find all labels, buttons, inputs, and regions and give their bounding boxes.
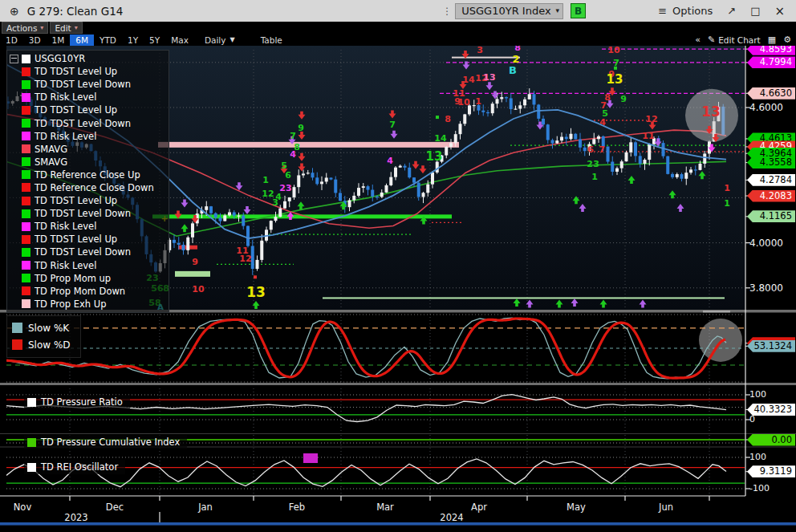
period-dropdown[interactable]: Daily ▼: [199, 35, 241, 46]
table-button[interactable]: Table: [255, 35, 288, 46]
main-value-badge: 4.2784: [747, 174, 795, 186]
legend-label: TD Risk Level: [35, 131, 96, 142]
main-value-badge: 4.2083: [747, 190, 795, 202]
legend-swatch: [22, 80, 30, 89]
legend-item-13[interactable]: TD Risk Level: [10, 220, 169, 233]
pressure-axis-tick: 100: [749, 389, 794, 400]
svg-text:13: 13: [607, 72, 623, 87]
svg-text:13: 13: [246, 284, 266, 300]
move-icon[interactable]: ⊕: [10, 5, 19, 18]
legend-label: TD Prop Exh Up: [35, 298, 106, 310]
hamburger-icon: ≡: [658, 5, 667, 17]
month-label: Jun: [658, 502, 673, 513]
rei-value-badge: 9.3119: [747, 465, 795, 477]
legend-item-19[interactable]: TD Prop Exh Up: [10, 298, 169, 311]
gear-icon[interactable]: ⚙: [783, 35, 791, 45]
ticker-dropdown[interactable]: USGG10YR Index ▾: [455, 3, 563, 19]
svg-text:6: 6: [285, 170, 291, 181]
legend-label: TD TDST Level Down: [35, 246, 131, 258]
legend-item-9[interactable]: TD Reference Close Up: [10, 169, 169, 181]
rei-oscillator-title[interactable]: TD REI Oscillator: [24, 460, 125, 474]
window-title: G 279: Clean G14: [27, 5, 124, 18]
range-tab-max[interactable]: Max: [165, 35, 194, 46]
legend-swatch: [22, 299, 30, 308]
legend-item-14[interactable]: TD TDST Level Up: [10, 233, 169, 246]
legend-item-16[interactable]: TD Risk Level: [10, 259, 169, 272]
edit-chart-button[interactable]: ✎ Edit Chart: [708, 35, 761, 45]
legend-item-11[interactable]: TD TDST Level Up: [10, 194, 169, 207]
chevron-down-icon: ▾: [556, 6, 560, 14]
legend-label: TD Reference Close Up: [35, 169, 140, 181]
legend-item-3[interactable]: TD Risk Level: [10, 91, 169, 104]
svg-text:13: 13: [701, 104, 721, 120]
popout-icon[interactable]: ↗: [727, 5, 736, 17]
main-value-badge: 4.1165: [747, 210, 795, 222]
range-tab-6m[interactable]: 6M: [70, 35, 94, 46]
options-button[interactable]: ≡ Options: [658, 5, 713, 17]
source-badge[interactable]: B: [571, 3, 586, 18]
cumulative-index-title[interactable]: TD Pressure Cumulative Index: [24, 435, 187, 449]
legend-swatch: [22, 55, 30, 63]
range-tab-ytd[interactable]: YTD: [94, 35, 122, 46]
year-label: 2023: [64, 512, 87, 523]
pressure-ratio-title[interactable]: TD Pressure Ratio: [24, 395, 130, 409]
stoch-value-badge: 53.1324: [747, 340, 795, 352]
maximize-icon[interactable]: □: [750, 5, 760, 17]
svg-text:4: 4: [290, 149, 296, 160]
legend-item-8[interactable]: SMAVG: [10, 156, 169, 169]
legend-item-12[interactable]: TD TDST Level Down: [10, 207, 169, 220]
svg-text:14: 14: [434, 133, 447, 144]
pressure-ratio-swatch: [27, 398, 36, 407]
edit-menu[interactable]: Edit ▾: [50, 22, 82, 34]
collapse-panels-icon[interactable]: «: [695, 35, 701, 45]
slow-k-swatch: [12, 323, 22, 333]
main-axis-tick: 4.6000: [749, 102, 794, 113]
range-tab-3d[interactable]: 3D: [23, 35, 47, 46]
legend-item-6[interactable]: TD Risk Level: [10, 130, 169, 143]
collapse-legend-icon[interactable]: [10, 55, 18, 63]
legend-swatch: [22, 67, 30, 76]
legend-swatch: [22, 222, 30, 231]
legend-item-2[interactable]: TD TDST Level Down: [10, 78, 169, 91]
legend-item-17[interactable]: TD Prop Mom up: [10, 272, 169, 285]
legend-label: TD TDST Level Down: [35, 79, 131, 90]
svg-text:7: 7: [290, 131, 296, 141]
legend-item-15[interactable]: TD TDST Level Down: [10, 246, 169, 258]
svg-text:11: 11: [453, 88, 465, 99]
legend-item-slow-d[interactable]: Slow %D: [12, 336, 71, 353]
legend-swatch: [22, 274, 30, 282]
svg-text:11: 11: [642, 131, 654, 141]
svg-text:12: 12: [239, 254, 251, 264]
legend-item-slow-k[interactable]: Slow %K: [12, 319, 71, 336]
legend-item-10[interactable]: TD Reference Close Down: [10, 181, 169, 194]
legend-item-7[interactable]: SMAVG: [10, 143, 169, 156]
legend-label: TD Prop Mom up: [35, 273, 111, 284]
svg-text:7: 7: [599, 144, 605, 155]
chart-settings-icon[interactable]: ▦: [768, 35, 776, 45]
range-tab-5y[interactable]: 5Y: [144, 35, 165, 46]
main-value-badge: 4.3558: [747, 156, 795, 169]
legend-swatch: [22, 144, 30, 153]
range-toolbar: 1D3D1M6MYTD1Y5YMax Daily ▼ Table « ✎ Edi…: [0, 34, 796, 46]
chevron-down-icon: ▾: [40, 23, 43, 33]
close-icon[interactable]: ×: [774, 4, 785, 18]
ticker-grip-icon: ⋮: [442, 6, 452, 17]
legend-item-0[interactable]: USGG10YR: [10, 52, 169, 65]
range-tab-1y[interactable]: 1Y: [122, 35, 144, 46]
svg-text:9: 9: [192, 257, 198, 267]
range-tab-1m[interactable]: 1M: [47, 35, 71, 46]
year-label: 2024: [440, 512, 463, 523]
legend-swatch: [22, 119, 30, 128]
legend-item-1[interactable]: TD TDST Level Up: [10, 65, 169, 78]
legend-item-5[interactable]: TD TDST Level Down: [10, 116, 169, 129]
edit-chart-controls: « ✎ Edit Chart ▦ ⚙: [695, 35, 791, 45]
legend-swatch: [22, 209, 30, 218]
svg-text:10: 10: [607, 45, 620, 55]
svg-text:10: 10: [192, 284, 205, 294]
legend-item-4[interactable]: TD TDST Level Up: [10, 104, 169, 116]
legend-item-18[interactable]: TD Prop Mom Down: [10, 285, 169, 298]
range-tab-1d[interactable]: 1D: [0, 35, 23, 46]
legend-label: SMAVG: [35, 156, 67, 168]
actions-menu[interactable]: Actions ▾: [2, 22, 48, 34]
rei-axis-tick: -100: [749, 483, 794, 493]
